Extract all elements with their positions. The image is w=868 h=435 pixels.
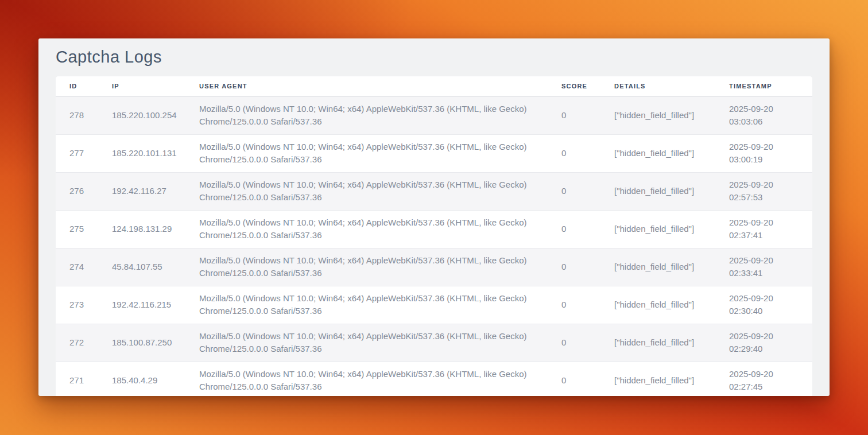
cell-user-agent: Mozilla/5.0 (Windows NT 10.0; Win64; x64… [185, 286, 548, 324]
cell-user-agent: Mozilla/5.0 (Windows NT 10.0; Win64; x64… [185, 96, 548, 134]
logs-table-container: ID IP USER AGENT SCORE DETAILS TIMESTAMP… [56, 76, 812, 396]
cell-details: ["hidden_field_filled"] [600, 248, 715, 286]
cell-details: ["hidden_field_filled"] [600, 324, 715, 362]
table-header-row: ID IP USER AGENT SCORE DETAILS TIMESTAMP [56, 76, 812, 96]
table-row: 278 185.220.100.254 Mozilla/5.0 (Windows… [56, 96, 812, 134]
cell-id: 272 [56, 324, 98, 362]
header-cell-timestamp: TIMESTAMP [715, 76, 812, 96]
table-row: 271 185.40.4.29 Mozilla/5.0 (Windows NT … [56, 362, 812, 396]
table-row: 272 185.100.87.250 Mozilla/5.0 (Windows … [56, 324, 812, 362]
cell-score: 0 [548, 172, 600, 210]
cell-details: ["hidden_field_filled"] [600, 134, 715, 172]
cell-timestamp: 2025-09-20 02:33:41 [715, 248, 812, 286]
cell-details: ["hidden_field_filled"] [600, 286, 715, 324]
cell-id: 278 [56, 96, 98, 134]
cell-id: 276 [56, 172, 98, 210]
cell-id: 273 [56, 286, 98, 324]
cell-user-agent: Mozilla/5.0 (Windows NT 10.0; Win64; x64… [185, 134, 548, 172]
cell-ip: 185.220.101.131 [98, 134, 185, 172]
table-row: 274 45.84.107.55 Mozilla/5.0 (Windows NT… [56, 248, 812, 286]
cell-id: 277 [56, 134, 98, 172]
cell-details: ["hidden_field_filled"] [600, 172, 715, 210]
cell-user-agent: Mozilla/5.0 (Windows NT 10.0; Win64; x64… [185, 324, 548, 362]
cell-timestamp: 2025-09-20 02:37:41 [715, 210, 812, 248]
header-cell-score: SCORE [548, 76, 600, 96]
header-cell-ip: IP [98, 76, 185, 96]
header-cell-details: DETAILS [600, 76, 715, 96]
table-row: 276 192.42.116.27 Mozilla/5.0 (Windows N… [56, 172, 812, 210]
cell-ip: 185.220.100.254 [98, 96, 185, 134]
cell-score: 0 [548, 134, 600, 172]
header-cell-user-agent: USER AGENT [185, 76, 548, 96]
cell-timestamp: 2025-09-20 03:00:19 [715, 134, 812, 172]
page-background: { "page": { "title": "Captcha Logs" }, "… [0, 0, 868, 435]
cell-timestamp: 2025-09-20 03:03:06 [715, 96, 812, 134]
cell-id: 274 [56, 248, 98, 286]
cell-details: ["hidden_field_filled"] [600, 362, 715, 396]
table-body: 278 185.220.100.254 Mozilla/5.0 (Windows… [56, 96, 812, 396]
header-cell-id: ID [56, 76, 98, 96]
cell-user-agent: Mozilla/5.0 (Windows NT 10.0; Win64; x64… [185, 210, 548, 248]
cell-ip: 45.84.107.55 [98, 248, 185, 286]
cell-ip: 124.198.131.29 [98, 210, 185, 248]
cell-id: 275 [56, 210, 98, 248]
table-row: 275 124.198.131.29 Mozilla/5.0 (Windows … [56, 210, 812, 248]
cell-user-agent: Mozilla/5.0 (Windows NT 10.0; Win64; x64… [185, 248, 548, 286]
cell-score: 0 [548, 96, 600, 134]
cell-ip: 192.42.116.27 [98, 172, 185, 210]
cell-details: ["hidden_field_filled"] [600, 210, 715, 248]
cell-timestamp: 2025-09-20 02:57:53 [715, 172, 812, 210]
cell-ip: 185.100.87.250 [98, 324, 185, 362]
cell-id: 271 [56, 362, 98, 396]
cell-user-agent: Mozilla/5.0 (Windows NT 10.0; Win64; x64… [185, 362, 548, 396]
cell-user-agent: Mozilla/5.0 (Windows NT 10.0; Win64; x64… [185, 172, 548, 210]
cell-ip: 192.42.116.215 [98, 286, 185, 324]
cell-timestamp: 2025-09-20 02:30:40 [715, 286, 812, 324]
cell-score: 0 [548, 286, 600, 324]
logs-table: ID IP USER AGENT SCORE DETAILS TIMESTAMP… [56, 76, 812, 396]
captcha-logs-card: Captcha Logs ID IP USER AGENT SCORE DETA… [38, 38, 830, 396]
cell-ip: 185.40.4.29 [98, 362, 185, 396]
table-row: 273 192.42.116.215 Mozilla/5.0 (Windows … [56, 286, 812, 324]
cell-details: ["hidden_field_filled"] [600, 96, 715, 134]
cell-timestamp: 2025-09-20 02:29:40 [715, 324, 812, 362]
page-title: Captcha Logs [56, 48, 812, 67]
cell-score: 0 [548, 248, 600, 286]
table-row: 277 185.220.101.131 Mozilla/5.0 (Windows… [56, 134, 812, 172]
cell-timestamp: 2025-09-20 02:27:45 [715, 362, 812, 396]
cell-score: 0 [548, 362, 600, 396]
cell-score: 0 [548, 324, 600, 362]
cell-score: 0 [548, 210, 600, 248]
